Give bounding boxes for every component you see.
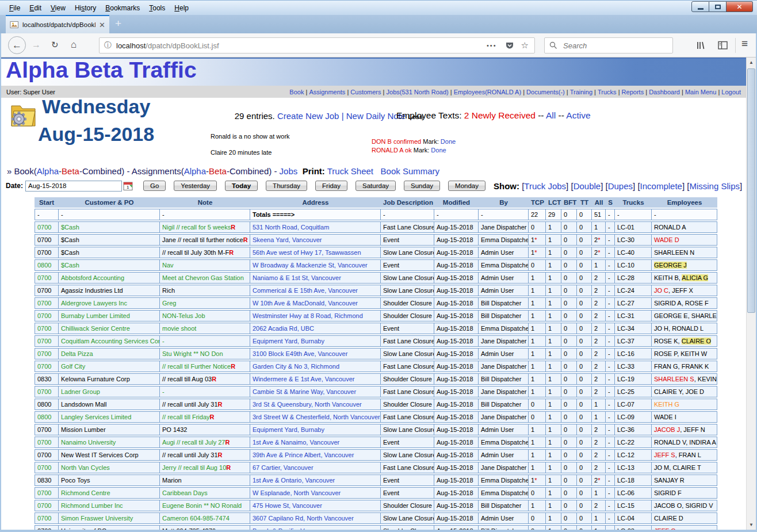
menu-hamburger-icon[interactable]: ≡ <box>741 37 748 50</box>
nav-link-employees-ronald-a-[interactable]: Employees(RONALD A) <box>454 89 521 95</box>
create-new-job-link[interactable]: Create New Job <box>277 111 339 121</box>
bracket: [ <box>568 181 573 191</box>
menu-view[interactable]: View <box>46 2 70 14</box>
maximize-button[interactable] <box>709 1 727 12</box>
tab-close-icon[interactable]: ✕ <box>99 21 105 29</box>
nav-link-jobs-531-north-road-[interactable]: Jobs(531 North Road) <box>387 89 449 95</box>
address-link[interactable]: W 10th Ave & MacDonald, Vancouver <box>253 300 358 307</box>
nav-link-book[interactable]: Book <box>289 89 304 95</box>
back-button[interactable]: ← <box>8 36 26 54</box>
address-link[interactable]: 1st Ave & Ontario, Vancouver <box>253 477 335 484</box>
minimize-button[interactable] <box>691 1 709 12</box>
address-link[interactable]: Beach & Pacific, Vancouver <box>253 527 330 530</box>
texts-all-link[interactable]: All <box>546 110 556 120</box>
address-link[interactable]: W Esplanade, North Vancouver <box>253 489 341 496</box>
address-link[interactable]: Cambie St & Marine Way, Vancouver <box>253 388 356 395</box>
address-link[interactable]: W Broadway & Mackenzie St, Vancouver <box>253 262 368 269</box>
menu-help[interactable]: Help <box>170 2 193 14</box>
nav-link-documents-[interactable]: Documents(-) <box>526 89 565 95</box>
nav-link-training[interactable]: Training <box>570 89 592 95</box>
menu-file[interactable]: File <box>5 2 25 14</box>
mark-done-link[interactable]: Done <box>441 138 456 145</box>
cell-tcp: 0 <box>529 221 546 233</box>
address-link[interactable]: 2062 Acadia Rd, UBC <box>253 325 314 332</box>
newly-received-link[interactable]: 2 Newly Received <box>464 110 536 120</box>
reload-button[interactable]: ↻ <box>51 40 59 50</box>
nav-link-main-menu[interactable]: Main Menu <box>685 89 716 95</box>
bookmark-star-icon[interactable]: ☆ <box>521 40 529 51</box>
nav-link-trucks[interactable]: Trucks <box>598 89 617 95</box>
sunday-button[interactable]: Sunday <box>404 181 440 191</box>
menu-edit[interactable]: Edit <box>25 2 46 14</box>
show-link-dupes[interactable]: Dupes <box>608 181 633 191</box>
search-box[interactable] <box>544 37 673 53</box>
address-link[interactable]: 475 Howe St, Vancouver <box>253 502 322 509</box>
scroll-down-icon[interactable]: ▼ <box>747 520 756 530</box>
forward-button[interactable]: → <box>32 40 41 50</box>
show-link-truck-jobs[interactable]: Truck Jobs <box>524 181 566 191</box>
browser-tab[interactable]: localhost/dpatch/dpBookList.js ✕ <box>6 15 109 33</box>
breadcrumb-link[interactable]: Book Summary <box>381 166 440 176</box>
monday-button[interactable]: Monday <box>448 181 485 191</box>
cell-note: Eugene Bonin ** NO Ronald <box>160 500 250 511</box>
show-link-missing-slips[interactable]: Missing Slips <box>689 181 740 191</box>
address-link[interactable]: 67 Cartier, Vancouver <box>253 464 313 471</box>
address-link[interactable]: 39th Ave & Prince Albert, Vancouver <box>253 451 354 458</box>
nav-link-reports[interactable]: Reports <box>622 89 644 95</box>
nav-link-dashboard[interactable]: Dashboard <box>649 89 680 95</box>
address-link[interactable]: Equipment Yard, Burnaby <box>253 338 324 345</box>
new-tab-button[interactable]: + <box>115 17 121 30</box>
address-link[interactable]: Garden City & No 3, Richmond <box>253 363 339 370</box>
today-button[interactable]: Today <box>225 181 258 191</box>
address-link[interactable]: 3rd St & Queensbury, North Vancouver <box>253 401 362 408</box>
address-link[interactable]: 3607 Capilano Rd, North Vancouver <box>253 515 354 522</box>
site-info-icon[interactable]: ⓘ <box>104 40 112 51</box>
breadcrumb-link[interactable]: Alpha <box>184 166 206 176</box>
nav-link-assignments[interactable]: Assignments <box>309 89 345 95</box>
menu-history[interactable]: History <box>70 2 101 14</box>
close-button[interactable]: ✕ <box>727 1 753 12</box>
calendar-icon[interactable]: 1 <box>123 181 133 191</box>
show-link-incomplete[interactable]: Incomplete <box>640 181 682 191</box>
sidebar-toggle-icon[interactable] <box>718 41 728 50</box>
library-icon[interactable] <box>696 41 706 50</box>
go-button[interactable]: Go <box>143 181 166 191</box>
address-link[interactable]: 531 North Road, Coquitlam <box>253 224 329 231</box>
show-link-double[interactable]: Double <box>574 181 601 191</box>
address-link[interactable]: 56th Ave west of Hwy 17, Tsawwassen <box>253 249 361 256</box>
address-link[interactable]: Skeena Yard, Vancouver <box>253 236 322 243</box>
date-input[interactable] <box>25 181 122 192</box>
address-link[interactable]: 3100 Block E49th Ave, Vancouver <box>253 350 347 357</box>
page-actions-icon[interactable]: ••• <box>487 42 497 49</box>
nav-link-customers[interactable]: Customers <box>350 89 381 95</box>
pocket-icon[interactable] <box>505 41 514 50</box>
menu-tools[interactable]: Tools <box>144 2 170 14</box>
breadcrumb-link[interactable]: Alpha <box>37 166 59 176</box>
nav-link-logout[interactable]: Logout <box>721 89 741 95</box>
address-link[interactable]: Westminster Hwy at 8 Road, Richmond <box>253 312 363 319</box>
folder-gear-icon[interactable] <box>9 101 38 128</box>
address-link[interactable]: Commerical & E 15th Ave, Vancouver <box>253 287 358 294</box>
address-link[interactable]: Windermere & E 1st Ave, Vancouver <box>253 376 355 382</box>
menu-bookmarks[interactable]: Bookmarks <box>101 2 144 14</box>
url-bar[interactable]: ⓘ localhost /dpatch/dpBookList.jsf ••• ☆ <box>99 37 535 53</box>
search-input[interactable] <box>562 41 654 51</box>
breadcrumb-link[interactable]: Truck Sheet <box>327 166 373 176</box>
thursday-button[interactable]: Thursday <box>266 181 307 191</box>
vertical-scrollbar[interactable]: ▲ ▼ <box>746 58 756 530</box>
scrollbar-thumb[interactable] <box>747 68 755 313</box>
mark-done-link[interactable]: Done <box>431 147 446 154</box>
saturday-button[interactable]: Saturday <box>355 181 396 191</box>
home-button[interactable]: ⌂ <box>71 39 77 51</box>
address-link[interactable]: 1st Ave & Nanaimo, Vancouver <box>253 439 339 446</box>
yesterday-button[interactable]: Yesterday <box>174 181 217 191</box>
address-link[interactable]: 3rd Street W & Chesterfield, North Vanco… <box>253 414 380 420</box>
address-link[interactable]: Equipment Yard, Burnaby <box>253 426 324 433</box>
scroll-up-icon[interactable]: ▲ <box>747 58 756 67</box>
employee-name: JEFF S <box>654 451 675 458</box>
note-text: // recall til July 30th M-F <box>162 249 229 256</box>
address-link[interactable]: Naniamo & E 1st St, Vancouver <box>253 274 341 281</box>
texts-active-link[interactable]: Active <box>566 110 590 120</box>
breadcrumb-link[interactable]: Jobs <box>280 166 298 176</box>
friday-button[interactable]: Friday <box>315 181 347 191</box>
